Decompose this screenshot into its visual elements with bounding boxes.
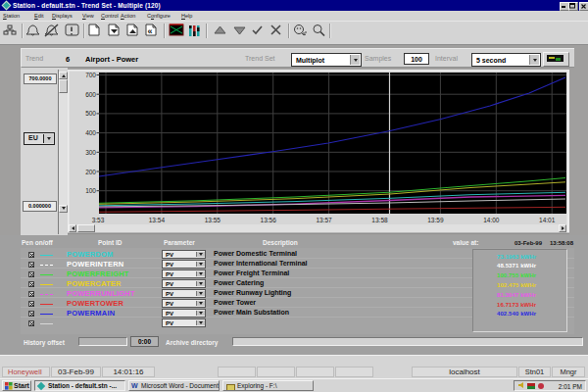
svg-text:14:00: 14:00 bbox=[483, 217, 500, 223]
svg-text:13:54: 13:54 bbox=[149, 217, 166, 223]
svg-text:100: 100 bbox=[85, 187, 96, 194]
svg-text:14:01: 14:01 bbox=[539, 217, 556, 223]
svg-text:13:56: 13:56 bbox=[261, 217, 277, 223]
svg-text:300: 300 bbox=[85, 149, 96, 156]
svg-text:13:55: 13:55 bbox=[205, 217, 221, 223]
svg-text:400: 400 bbox=[85, 129, 96, 136]
svg-text:13:59: 13:59 bbox=[427, 217, 444, 223]
svg-text:13:58: 13:58 bbox=[371, 217, 388, 223]
svg-text:«: « bbox=[148, 26, 153, 36]
svg-text:700: 700 bbox=[85, 72, 96, 78]
svg-text:600: 600 bbox=[85, 91, 96, 98]
svg-text:13:57: 13:57 bbox=[316, 217, 332, 223]
svg-text:500: 500 bbox=[85, 110, 96, 117]
svg-text:200: 200 bbox=[85, 169, 96, 175]
svg-text:3:53: 3:53 bbox=[92, 217, 105, 223]
